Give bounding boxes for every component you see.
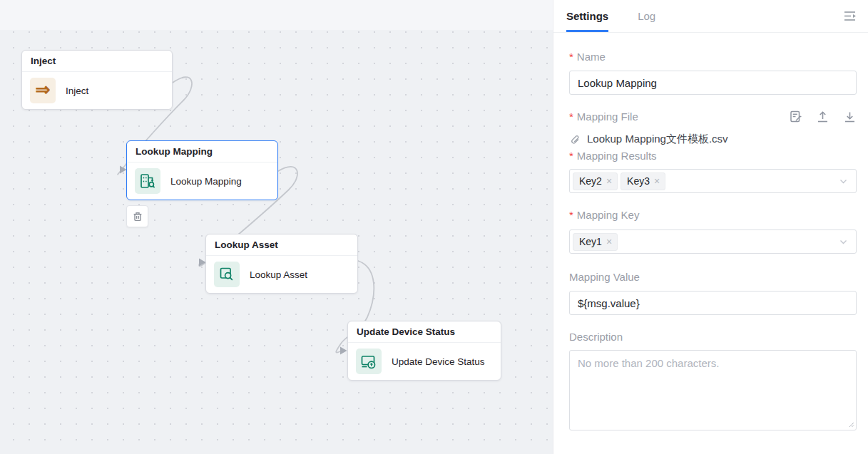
tag-key2: Key2 × <box>573 172 618 190</box>
node-header: Update Device Status <box>348 321 501 343</box>
flow-canvas[interactable]: Inject ⇒ Inject Lookup Mapping <box>0 0 553 454</box>
node-header: Lookup Mapping <box>127 141 277 162</box>
mapping-value-input[interactable] <box>569 291 857 315</box>
node-header: Lookup Asset <box>206 234 357 256</box>
node-header: Inject <box>22 51 172 72</box>
tab-settings[interactable]: Settings <box>566 0 608 32</box>
remove-tag-icon[interactable]: × <box>606 237 612 247</box>
attachment-file-link[interactable]: Lookup Mapping文件模板.csv <box>587 133 728 146</box>
lookup-asset-icon <box>214 262 240 287</box>
name-label: * Name <box>569 51 857 63</box>
tab-log[interactable]: Log <box>638 0 655 32</box>
node-lookup-asset[interactable]: Lookup Asset Lookup Asset <box>205 234 358 294</box>
remove-tag-icon[interactable]: × <box>606 176 612 186</box>
mapping-results-select[interactable]: Key2 × Key3 × <box>569 169 857 193</box>
node-update-device-status[interactable]: Update Device Status Update Device Statu… <box>347 321 501 381</box>
delete-node-button[interactable] <box>126 205 148 227</box>
panel-tabbar: Settings Log <box>553 0 868 33</box>
trash-icon <box>132 211 143 222</box>
node-inject[interactable]: Inject ⇒ Inject <box>21 50 173 110</box>
remove-tag-icon[interactable]: × <box>654 176 660 186</box>
upload-icon[interactable] <box>816 110 829 123</box>
node-label: Update Device Status <box>392 356 485 367</box>
collapse-panel-icon[interactable] <box>843 10 858 22</box>
chevron-down-icon[interactable] <box>839 177 848 186</box>
node-lookup-mapping[interactable]: Lookup Mapping Lookup Mapping <box>126 140 278 200</box>
settings-panel: Settings Log * Name * Mapping File <box>553 0 868 454</box>
update-device-status-icon <box>356 349 382 374</box>
description-label: Description <box>569 331 857 344</box>
node-label: Inject <box>66 86 88 96</box>
tag-key3: Key3 × <box>621 172 665 190</box>
tag-key1: Key1 × <box>573 233 618 251</box>
download-icon[interactable] <box>843 110 857 123</box>
mapping-file-label: * Mapping File <box>569 110 638 123</box>
description-textarea[interactable] <box>569 350 857 430</box>
resize-handle-icon[interactable] <box>848 421 854 428</box>
paperclip-icon <box>569 134 581 145</box>
name-input[interactable] <box>569 71 857 95</box>
mapping-key-select[interactable]: Key1 × <box>569 229 857 254</box>
lookup-mapping-icon <box>135 168 160 194</box>
node-label: Lookup Asset <box>250 269 307 280</box>
chevron-down-icon[interactable] <box>839 237 848 247</box>
mapping-results-label: * Mapping Results <box>569 150 857 162</box>
inject-arrow-icon: ⇒ <box>30 78 56 103</box>
mapping-key-label: * Mapping Key <box>569 209 857 222</box>
mapping-value-label: Mapping Value <box>569 271 857 284</box>
node-label: Lookup Mapping <box>170 176 242 187</box>
edit-template-icon[interactable] <box>789 110 802 123</box>
